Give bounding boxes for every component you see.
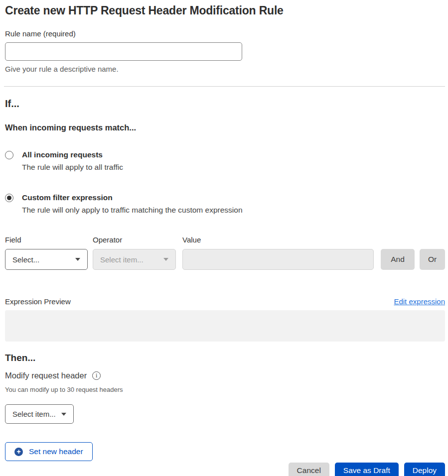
section-divider: [4, 86, 445, 87]
radio-option-custom-expression[interactable]: Custom filter expression The rule will o…: [5, 193, 445, 215]
set-new-header-label: Set new header: [29, 447, 83, 456]
info-icon[interactable]: i: [92, 371, 101, 380]
header-item-select[interactable]: Select item...: [5, 404, 74, 424]
if-section-heading: If...: [5, 98, 445, 110]
cancel-button[interactable]: Cancel: [289, 463, 329, 476]
radio-option-description: The rule will apply to all traffic: [22, 163, 123, 172]
radio-option-description: The rule will only apply to traffic matc…: [22, 206, 243, 215]
chevron-down-icon: [163, 258, 168, 261]
match-subheading: When incoming requests match...: [5, 123, 445, 132]
expression-builder-labels: Field Operator Value: [5, 236, 445, 244]
deploy-button[interactable]: Deploy: [404, 463, 445, 476]
rule-name-helper: Give your rule a descriptive name.: [5, 65, 445, 73]
save-as-draft-button[interactable]: Save as Draft: [335, 463, 399, 476]
chevron-down-icon: [75, 258, 80, 261]
field-label: Field: [5, 236, 93, 244]
radio-option-label: All incoming requests: [22, 150, 123, 159]
form-actions: Cancel Save as Draft Deploy: [5, 463, 445, 476]
field-select[interactable]: Select...: [5, 249, 88, 270]
expression-preview-box: [5, 310, 445, 342]
or-button[interactable]: Or: [420, 249, 445, 270]
operator-label: Operator: [93, 236, 182, 244]
radio-option-texts: All incoming requests The rule will appl…: [22, 150, 123, 172]
expression-builder-row: Select... Select item... And Or: [5, 249, 445, 270]
expression-preview-row: Expression Preview Edit expression: [5, 297, 445, 306]
modify-header-label: Modify request header: [5, 371, 87, 380]
edit-expression-link[interactable]: Edit expression: [394, 297, 445, 306]
modify-header-helper: You can modify up to 30 request headers: [5, 386, 445, 393]
radio-option-label: Custom filter expression: [22, 193, 243, 202]
radio-button[interactable]: [5, 194, 13, 202]
page-title: Create new HTTP Request Header Modificat…: [5, 4, 445, 17]
header-item-select-placeholder: Select item...: [12, 410, 56, 418]
modify-header-row: Modify request header i: [5, 371, 445, 380]
and-button[interactable]: And: [381, 249, 415, 270]
plus-circle-icon: +: [14, 448, 23, 456]
field-select-value: Select...: [12, 255, 39, 264]
rule-name-input[interactable]: [5, 42, 242, 61]
operator-select-placeholder: Select item...: [100, 255, 144, 264]
value-label: Value: [182, 236, 201, 244]
chevron-down-icon: [61, 413, 66, 416]
set-new-header-button[interactable]: + Set new header: [5, 442, 93, 461]
then-section-heading: Then...: [5, 353, 445, 363]
expression-preview-label: Expression Preview: [5, 297, 71, 306]
value-input[interactable]: [182, 249, 374, 270]
radio-option-all-requests[interactable]: All incoming requests The rule will appl…: [5, 150, 445, 172]
create-rule-form: Create new HTTP Request Header Modificat…: [0, 0, 448, 476]
radio-option-texts: Custom filter expression The rule will o…: [22, 193, 243, 215]
radio-button[interactable]: [5, 151, 13, 159]
rule-name-label: Rule name (required): [5, 29, 445, 38]
operator-select[interactable]: Select item...: [93, 249, 176, 270]
